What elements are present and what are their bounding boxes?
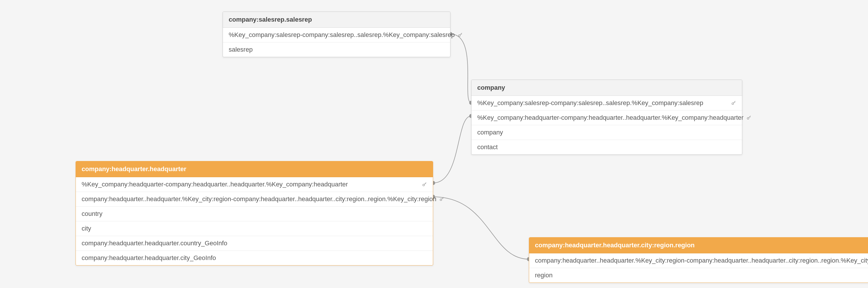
table-row[interactable]: company:headquarter.headquarter.city_Geo… <box>76 251 433 265</box>
table-title: company <box>477 84 505 91</box>
table-row[interactable]: salesrep <box>223 42 450 57</box>
table-body: company:headquarter..headquarter.%Key_ci… <box>529 253 868 283</box>
diagram-canvas[interactable]: company:salesrep.salesrep %Key_company:s… <box>0 0 868 288</box>
table-row[interactable]: %Key_company:salesrep-company:salesrep..… <box>471 96 742 110</box>
table-body: %Key_company:salesrep-company:salesrep..… <box>223 28 450 57</box>
field-label: company:headquarter..headquarter.%Key_ci… <box>535 257 868 264</box>
field-label: company:headquarter.headquarter.city_Geo… <box>82 254 216 262</box>
table-header[interactable]: company <box>471 80 742 96</box>
table-row[interactable]: company <box>471 125 742 140</box>
table-header[interactable]: company:headquarter.headquarter <box>76 161 433 177</box>
key-icon <box>439 197 444 202</box>
field-label: contact <box>477 143 498 151</box>
table-header[interactable]: company:salesrep.salesrep <box>223 12 450 28</box>
field-label: region <box>535 271 553 279</box>
table-title: company:salesrep.salesrep <box>229 16 312 23</box>
key-icon <box>458 32 463 37</box>
table-row[interactable]: %Key_company:headquarter-company:headqua… <box>471 110 742 125</box>
field-label: %Key_company:headquarter-company:headqua… <box>82 181 348 188</box>
table-row[interactable]: contact <box>471 140 742 154</box>
table-body: %Key_company:salesrep-company:salesrep..… <box>471 96 742 154</box>
field-label: %Key_company:salesrep-company:salesrep..… <box>229 31 455 39</box>
table-row[interactable]: city <box>76 221 433 236</box>
table-company[interactable]: company %Key_company:salesrep-company:sa… <box>471 80 742 155</box>
field-label: company:headquarter.headquarter.country_… <box>82 239 227 247</box>
table-row[interactable]: region <box>529 268 868 283</box>
table-row[interactable]: %Key_company:salesrep-company:salesrep..… <box>223 28 450 42</box>
table-body: %Key_company:headquarter-company:headqua… <box>76 177 433 265</box>
key-icon <box>731 100 736 106</box>
field-label: city <box>82 225 91 232</box>
table-region[interactable]: company:headquarter.headquarter.city:reg… <box>529 237 868 283</box>
field-label: country <box>82 210 102 218</box>
key-icon <box>422 182 427 187</box>
key-icon <box>746 115 751 120</box>
table-title: company:headquarter.headquarter.city:reg… <box>535 241 695 249</box>
table-salesrep[interactable]: company:salesrep.salesrep %Key_company:s… <box>223 11 451 57</box>
table-row[interactable]: company:headquarter..headquarter.%Key_ci… <box>76 192 433 206</box>
field-label: company <box>477 129 503 136</box>
field-label: company:headquarter..headquarter.%Key_ci… <box>82 195 436 203</box>
table-headquarter[interactable]: company:headquarter.headquarter %Key_com… <box>75 161 433 265</box>
table-row[interactable]: %Key_company:headquarter-company:headqua… <box>76 177 433 192</box>
table-row[interactable]: company:headquarter..headquarter.%Key_ci… <box>529 253 868 268</box>
table-row[interactable]: country <box>76 206 433 221</box>
table-title: company:headquarter.headquarter <box>82 165 186 173</box>
table-header[interactable]: company:headquarter.headquarter.city:reg… <box>529 237 868 253</box>
field-label: %Key_company:headquarter-company:headqua… <box>477 114 743 121</box>
field-label: %Key_company:salesrep-company:salesrep..… <box>477 99 703 107</box>
table-row[interactable]: company:headquarter.headquarter.country_… <box>76 236 433 251</box>
field-label: salesrep <box>229 46 253 53</box>
